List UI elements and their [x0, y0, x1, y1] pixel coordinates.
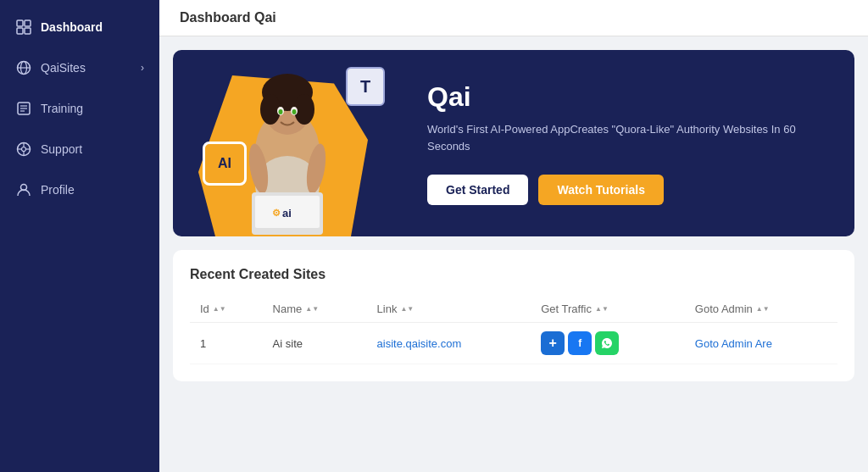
col-header-name: Name ▲▼ — [263, 296, 367, 323]
hero-content: Qai World's First AI-Powered AppCreates … — [410, 56, 854, 230]
col-header-link: Link ▲▼ — [367, 296, 531, 323]
qaisites-icon — [15, 59, 32, 76]
sidebar-item-label: Dashboard — [41, 20, 103, 34]
hero-banner: AI T — [173, 50, 854, 236]
sidebar: Dashboard QaiSites › Training — [0, 0, 159, 472]
row-social: + f — [531, 323, 685, 364]
sidebar-item-dashboard[interactable]: Dashboard — [0, 7, 159, 47]
get-started-button[interactable]: Get Started — [427, 175, 528, 205]
sort-arrows-traffic: ▲▼ — [595, 305, 609, 313]
row-name: Ai site — [263, 323, 367, 364]
col-header-goto-admin: Goto Admin ▲▼ — [685, 296, 837, 323]
page-header: Dashboard Qai — [159, 0, 868, 36]
sidebar-item-label: Support — [41, 142, 82, 156]
svg-text:⚙: ⚙ — [272, 208, 281, 218]
goto-admin-link[interactable]: Goto Admin Are — [695, 337, 772, 350]
whatsapp-button[interactable] — [595, 331, 619, 355]
sidebar-item-profile[interactable]: Profile — [0, 169, 159, 210]
watch-tutorials-button[interactable]: Watch Tutorials — [538, 175, 663, 205]
hero-subtitle: World's First AI-Powered AppCreates "Quo… — [427, 121, 829, 154]
col-header-get-traffic: Get Traffic ▲▼ — [531, 296, 685, 323]
facebook-button[interactable]: f — [568, 331, 592, 355]
row-id: 1 — [190, 323, 263, 364]
training-icon — [15, 100, 32, 117]
svg-text:ai: ai — [282, 207, 292, 219]
svg-rect-0 — [17, 20, 23, 26]
svg-rect-1 — [25, 20, 31, 26]
sidebar-item-label: QaiSites — [41, 61, 86, 75]
site-link[interactable]: aisite.qaisite.com — [377, 337, 462, 350]
recent-sites-title: Recent Created Sites — [190, 267, 837, 282]
svg-rect-3 — [25, 28, 31, 34]
social-icons-group: + f — [541, 331, 675, 355]
recent-sites-section: Recent Created Sites Id ▲▼ Name ▲▼ — [173, 250, 854, 381]
sort-arrows-admin: ▲▼ — [756, 305, 770, 313]
row-link: aisite.qaisite.com — [367, 323, 531, 364]
add-social-button[interactable]: + — [541, 331, 565, 355]
chevron-right-icon: › — [141, 62, 144, 74]
sort-arrows-link: ▲▼ — [400, 305, 414, 313]
sort-arrows-id: ▲▼ — [213, 305, 226, 313]
sites-table: Id ▲▼ Name ▲▼ Link ▲▼ — [190, 296, 837, 364]
svg-point-12 — [22, 147, 26, 152]
sidebar-item-support[interactable]: Support — [0, 129, 159, 169]
dashboard-icon — [15, 19, 32, 36]
sidebar-item-qaisites[interactable]: QaiSites › — [0, 47, 159, 88]
ai-badge: AI — [203, 142, 247, 186]
hero-title: Qai — [427, 81, 829, 113]
profile-icon — [15, 181, 32, 198]
page-title: Dashboard Qai — [180, 10, 276, 25]
support-icon — [15, 141, 32, 158]
svg-point-26 — [292, 109, 297, 114]
hero-buttons: Get Started Watch Tutorials — [427, 175, 829, 205]
svg-point-25 — [279, 109, 283, 114]
sidebar-item-label: Profile — [41, 183, 75, 197]
table-row: 1 Ai site aisite.qaisite.com + f — [190, 323, 837, 364]
sort-arrows-name: ▲▼ — [305, 305, 319, 313]
row-goto-admin: Goto Admin Are — [685, 323, 837, 364]
sidebar-item-training[interactable]: Training — [0, 88, 159, 129]
t-badge: T — [346, 67, 385, 106]
main-content: Dashboard Qai AI T — [159, 0, 868, 472]
hero-image-section: AI T — [173, 50, 410, 236]
svg-rect-2 — [17, 28, 23, 34]
sidebar-item-label: Training — [41, 102, 83, 115]
col-header-id: Id ▲▼ — [190, 296, 263, 323]
